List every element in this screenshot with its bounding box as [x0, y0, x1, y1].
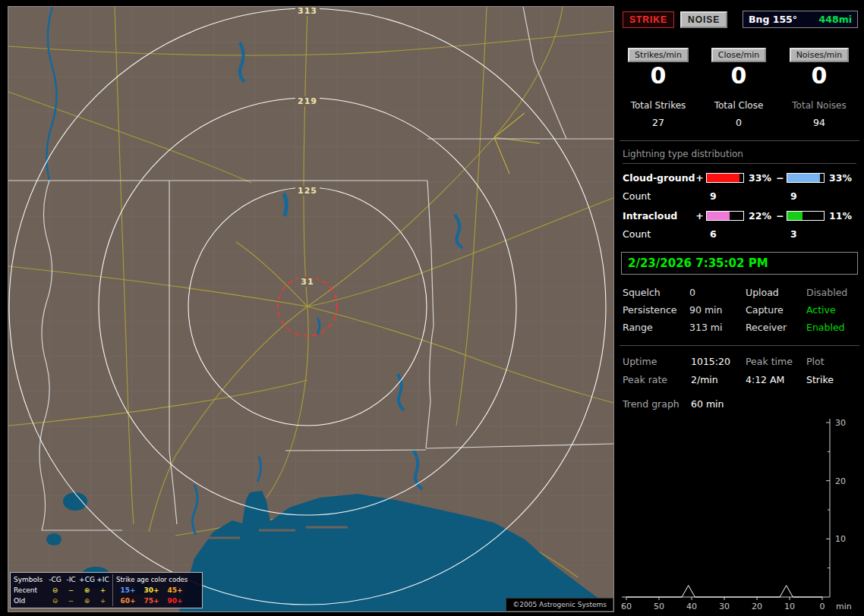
age-75: 75+: [140, 596, 163, 606]
intracloud-row: Intracloud + 22% − 11%: [623, 210, 856, 222]
svg-text:10: 10: [784, 602, 795, 611]
range-label-313: 313: [295, 6, 320, 16]
app-window: 313 219 125 31 Symbols -CG -IC +CG +IC S…: [0, 0, 864, 616]
noises-per-min-value: 0: [812, 64, 828, 88]
trend-chart: 1020306050403020100min: [618, 417, 859, 613]
ic-positive-pct: 22%: [746, 210, 776, 222]
recent-pos-ic-icon: +: [95, 585, 111, 596]
legend-old-row: Old ⊖ − ⊕ + 60+ 75+ 90+: [14, 596, 199, 606]
count-label: Count: [623, 228, 704, 240]
legend-age-header: Strike age color codes: [112, 574, 199, 585]
cg-negative-bar-fill: [787, 174, 820, 182]
peak-rate-label: Peak rate: [623, 374, 691, 385]
rate-counters: Strikes/min 0 Close/min 0 Noises/min 0: [618, 48, 861, 88]
legend-symbols-header: Symbols: [14, 574, 47, 585]
uptime-value: 1015:20: [691, 356, 746, 367]
range-label: Range: [623, 322, 689, 333]
ic-negative-bar: [787, 211, 825, 221]
capture-status: Active: [806, 304, 856, 316]
total-strikes-value: 27: [652, 117, 664, 128]
total-strikes-label: Total Strikes: [631, 100, 686, 111]
squelch-label: Squelch: [623, 287, 689, 298]
strike-legend: Symbols -CG -IC +CG +IC Strike age color…: [10, 572, 203, 608]
count-label: Count: [623, 190, 704, 202]
total-noises-value: 94: [813, 117, 825, 128]
capture-label: Capture: [746, 304, 806, 316]
legend-header-row: Symbols -CG -IC +CG +IC Strike age color…: [14, 574, 199, 585]
plus-sign: +: [695, 172, 704, 184]
strike-mode-button[interactable]: STRIKE: [623, 11, 674, 28]
plot-label: Plot: [806, 356, 856, 367]
ic-positive-count: 6: [704, 228, 784, 240]
recent-neg-ic-icon: −: [63, 585, 79, 596]
age-60: 60+: [116, 596, 140, 606]
cg-positive-bar: [706, 173, 744, 183]
svg-text:30: 30: [719, 602, 730, 611]
receiver-label: Receiver: [746, 322, 806, 333]
old-age-codes: 60+ 75+ 90+: [112, 596, 199, 606]
distribution-title: Lightning type distribution: [623, 149, 856, 164]
age-45: 45+: [163, 585, 187, 596]
total-noises-label: Total Noises: [792, 100, 846, 111]
recent-age-codes: 15+ 30+ 45+: [112, 585, 199, 596]
range-label-219: 219: [295, 96, 320, 106]
close-per-min-value: 0: [731, 64, 747, 88]
cg-positive-bar-fill: [707, 174, 739, 182]
old-pos-cg-icon: ⊕: [79, 596, 95, 606]
lightning-map[interactable]: 313 219 125 31 Symbols -CG -IC +CG +IC S…: [8, 6, 614, 612]
total-close: Total Close 0: [698, 100, 779, 128]
minus-sign: −: [776, 172, 784, 184]
peak-rate-value: 2/min: [691, 374, 746, 385]
cg-positive-pct: 33%: [746, 172, 776, 184]
noises-per-min-button[interactable]: Noises/min: [790, 48, 850, 62]
recent-neg-cg-icon: ⊖: [47, 585, 63, 596]
age-15: 15+: [116, 585, 140, 596]
settings-grid: Squelch 0 Upload Disabled Persistence 90…: [623, 287, 856, 333]
total-strikes: Total Strikes 27: [618, 100, 698, 128]
cg-negative-bar: [787, 173, 825, 183]
strikes-per-min-counter: Strikes/min 0: [618, 48, 698, 88]
minus-sign: −: [776, 210, 784, 222]
noise-mode-button[interactable]: NOISE: [680, 11, 727, 28]
divider: [620, 345, 859, 346]
close-per-min-button[interactable]: Close/min: [711, 48, 766, 62]
strikes-per-min-value: 0: [651, 64, 667, 88]
age-90: 90+: [163, 596, 187, 606]
copyright-notice: ©2005 Astrogenic Systems: [506, 598, 613, 611]
old-neg-ic-icon: −: [63, 596, 79, 606]
ic-positive-bar-fill: [707, 212, 730, 220]
legend-col-neg-ic: -IC: [63, 574, 79, 585]
stats-grid: Uptime 1015:20 Peak time Plot Peak rate …: [623, 356, 856, 385]
range-value: 313 mi: [689, 322, 746, 333]
svg-text:40: 40: [686, 602, 697, 611]
ic-negative-pct: 11%: [827, 210, 856, 222]
trend-graph-label: Trend graph: [623, 398, 691, 410]
svg-text:30: 30: [835, 418, 846, 428]
legend-recent-row: Recent ⊖ − ⊕ + 15+ 30+ 45+: [14, 585, 199, 596]
persistence-label: Persistence: [623, 304, 689, 316]
intracloud-label: Intracloud: [623, 210, 695, 222]
svg-text:60: 60: [621, 602, 632, 611]
cg-negative-pct: 33%: [827, 172, 856, 184]
ic-negative-count: 3: [784, 228, 797, 240]
range-label-125: 125: [295, 186, 320, 196]
persistence-value: 90 min: [689, 304, 746, 316]
svg-text:20: 20: [835, 476, 846, 486]
datetime-display: 2/23/2026 7:35:02 PM: [621, 252, 858, 275]
svg-text:20: 20: [752, 602, 762, 611]
uptime-label: Uptime: [623, 356, 691, 367]
peak-time-label: Peak time: [746, 356, 806, 367]
receiver-status: Enabled: [806, 322, 856, 333]
svg-text:50: 50: [654, 602, 664, 611]
total-close-label: Total Close: [714, 100, 764, 111]
range-label-31: 31: [298, 277, 316, 287]
top-button-row: STRIKE NOISE Bng 155° 448mi: [623, 11, 858, 28]
age-30: 30+: [140, 585, 163, 596]
squelch-value: 0: [689, 287, 746, 298]
strikes-per-min-button[interactable]: Strikes/min: [628, 48, 689, 62]
cloud-ground-label: Cloud-ground: [623, 172, 695, 184]
cg-positive-count: 9: [704, 190, 784, 202]
bearing-readout: Bng 155° 448mi: [743, 11, 858, 28]
old-pos-ic-icon: +: [95, 596, 111, 606]
legend-col-pos-ic: +IC: [95, 574, 111, 585]
